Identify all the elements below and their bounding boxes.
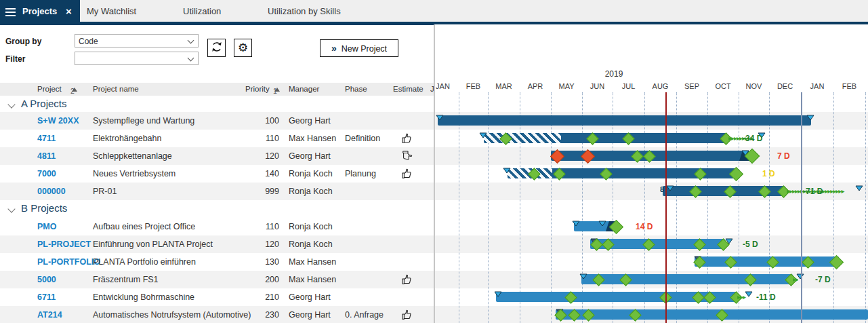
project-name: Systempflege und Wartung [93, 116, 194, 126]
table-row[interactable]: S+W 20XX Systempflege und Wartung 100 Ge… [0, 112, 434, 130]
timescale-month: MAY [557, 82, 576, 90]
table-row[interactable]: 6711 Entwicklung Bohrmaschine 210 Georg … [0, 288, 434, 306]
year-boundary-line [801, 92, 802, 323]
timescale-month: MAR [495, 82, 514, 90]
group-row[interactable]: B Projects [0, 200, 434, 218]
estimate-cell [400, 114, 414, 128]
thumb-up-icon [400, 167, 414, 180]
table-row[interactable]: PL-PROJECT Einführung von PLANTA Project… [0, 235, 434, 253]
month-gridline [582, 92, 583, 323]
timescale-month: OCT [714, 82, 732, 90]
timescale-month: SEP [682, 82, 701, 90]
table-row[interactable]: 5000 Fräszentrum FS1 200 Max Hansen [0, 271, 434, 288]
month-gridline [769, 92, 770, 323]
estimate-cell [400, 238, 414, 251]
schedule-marker-icon [806, 115, 814, 121]
timescale-month: JUN [588, 82, 607, 90]
sort-badge-project: 2 [70, 85, 77, 93]
project-name: Einführung von PLANTA Project [93, 240, 213, 249]
project-id-link[interactable]: AT214 [37, 310, 62, 320]
month-gridline [739, 92, 739, 323]
table-row[interactable]: 4811 Schleppkettenanlage 120 Georg Hart [0, 147, 434, 165]
delay-label: 14 D [636, 222, 653, 231]
project-priority: 140 [224, 169, 279, 178]
project-priority: 130 [224, 257, 279, 267]
schedule-marker-icon [855, 185, 863, 191]
project-id-link[interactable]: 4811 [37, 151, 56, 161]
timescale-year: 2019 [604, 69, 623, 79]
timescale-month: DEC [776, 82, 795, 90]
col-project[interactable]: Project [37, 85, 62, 93]
estimate-cell [400, 132, 414, 145]
estimate-cell [400, 308, 414, 322]
timescale-month: AUG [651, 82, 670, 90]
table-row[interactable]: 7000 Neues Vertriebsystem 140 Ronja Koch… [0, 165, 434, 183]
month-gridline [459, 92, 459, 323]
estimate-cell [400, 185, 414, 198]
timescale-month: FEB [464, 82, 483, 90]
schedule-marker-icon [503, 168, 511, 174]
project-priority: 110 [224, 134, 279, 143]
project-id-link[interactable]: 4711 [37, 134, 56, 143]
table-row[interactable]: PMO Aufbau eines Project Office 110 Ronj… [0, 218, 434, 235]
project-id-link[interactable]: S+W 20XX [37, 116, 79, 126]
project-id-link[interactable]: PMO [37, 222, 56, 231]
gantt-bar[interactable] [438, 115, 811, 126]
schedule-marker-icon [745, 291, 753, 297]
table-row[interactable]: AT214 Automatisches Notrufsystem (Automo… [0, 306, 434, 323]
delay-label: -7 D [815, 275, 831, 284]
project-manager: Georg Hart [289, 310, 331, 320]
project-manager: Ronja Koch [289, 169, 333, 178]
project-phase: 0. Anfrage [345, 310, 384, 320]
chevron-down-icon [7, 100, 15, 108]
estimate-cell [400, 273, 414, 286]
project-id-link[interactable]: 5000 [37, 275, 56, 284]
gantt-bar[interactable] [581, 274, 793, 284]
month-gridline [707, 92, 708, 323]
thumb-up-icon [400, 308, 414, 322]
group-row[interactable]: A Projects [0, 96, 434, 112]
estimate-cell [400, 290, 414, 304]
col-priority[interactable]: Priority [245, 85, 270, 93]
timescale-month: JAN [435, 82, 453, 90]
project-manager: Georg Hart [289, 116, 331, 126]
project-name: PLANTA Portfolio einführen [93, 257, 196, 267]
col-project-name[interactable]: Project name [93, 85, 139, 93]
table-row[interactable]: 000000 PR-01 999 Ronja Koch [0, 183, 434, 200]
project-phase: Planung [345, 169, 376, 178]
project-priority: 110 [224, 222, 279, 231]
project-priority: 120 [224, 151, 279, 161]
table-row[interactable]: 4711 Elektrohängebahn 110 Max Hansen Def… [0, 130, 434, 147]
project-name: Fräszentrum FS1 [93, 275, 159, 284]
delay-label: 7 D [777, 151, 790, 161]
schedule-marker-icon [579, 273, 587, 280]
gantt-bar[interactable] [556, 309, 868, 320]
schedule-marker-icon [572, 221, 580, 227]
project-id-link[interactable]: PL-PROJECT [37, 240, 91, 249]
gantt-chart: 2019 JANFEBMARAPRMAYJUNJULAUGSEPOCTNOVDE… [435, 24, 868, 323]
group-label: B Projects [21, 202, 67, 214]
project-id-link[interactable]: 6711 [37, 292, 56, 302]
schedule-marker-icon [479, 132, 487, 138]
project-id-link[interactable]: 000000 [37, 187, 66, 196]
chevron-down-icon [7, 205, 15, 212]
month-gridline [833, 92, 834, 323]
month-gridline [676, 92, 677, 323]
today-line [665, 92, 667, 323]
schedule-marker-icon [666, 185, 674, 191]
project-id-link[interactable]: 7000 [37, 169, 56, 178]
col-phase[interactable]: Phase [345, 85, 367, 93]
project-priority: 210 [224, 292, 279, 302]
gantt-bar-hatch [484, 133, 561, 143]
project-priority: 120 [224, 240, 279, 249]
col-estimate[interactable]: Estimate [393, 85, 423, 93]
estimate-cell [400, 220, 414, 233]
project-id-link[interactable]: PL-PORTFOLIO [37, 257, 100, 267]
project-name: Aufbau eines Project Office [93, 222, 195, 231]
col-manager[interactable]: Manager [289, 85, 319, 93]
month-gridline [613, 92, 613, 323]
table-row[interactable]: PL-PORTFOLIO PLANTA Portfolio einführen … [0, 253, 434, 271]
thumb-up-icon [400, 132, 414, 145]
project-name: Schleppkettenanlage [93, 151, 172, 161]
project-manager: Georg Hart [289, 151, 331, 161]
